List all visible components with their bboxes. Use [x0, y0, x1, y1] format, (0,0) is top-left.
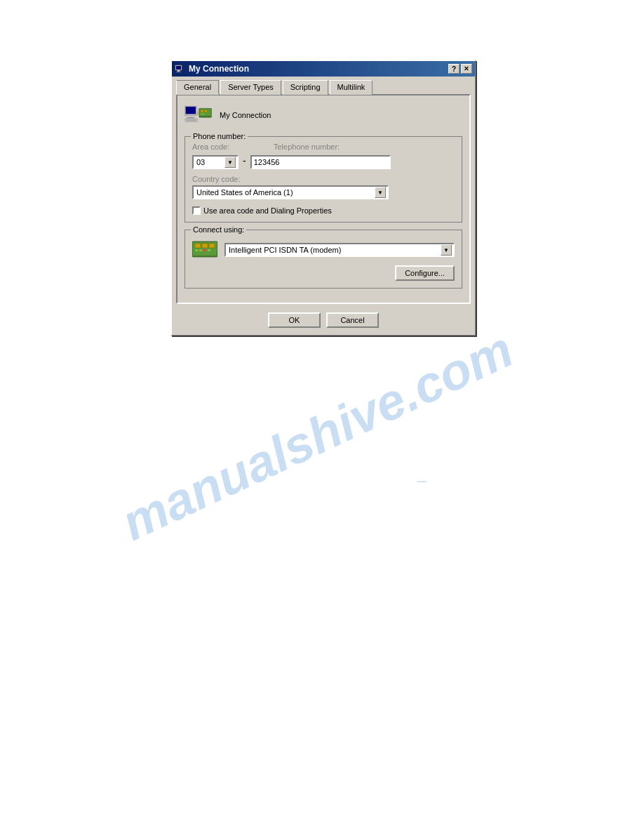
phone-labels-row: Area code: Telephone number:: [192, 143, 455, 151]
modem-dropdown[interactable]: Intelligent PCI ISDN TA (modem) ▼: [224, 243, 455, 257]
svg-rect-25: [203, 249, 206, 251]
dialog-content: My Connection Phone number: Area code: T…: [176, 94, 471, 304]
dialing-checkbox[interactable]: [192, 206, 201, 215]
phone-inputs-row: 03 ▼ -: [192, 155, 455, 169]
dialog-footer: OK Cancel: [172, 308, 475, 335]
telephone-col: [250, 155, 455, 169]
svg-rect-14: [201, 114, 202, 115]
help-button[interactable]: ?: [448, 64, 459, 74]
country-code-row: Country code: United States of America (…: [192, 175, 455, 199]
svg-rect-21: [202, 244, 208, 248]
telephone-label: Telephone number:: [274, 143, 340, 151]
modem-dropdown-wrap: Intelligent PCI ISDN TA (modem) ▼: [224, 243, 455, 257]
svg-rect-6: [189, 116, 192, 117]
close-button[interactable]: ✕: [461, 64, 472, 74]
svg-rect-3: [176, 72, 181, 72]
title-bar: My Connection ? ✕: [172, 61, 475, 77]
configure-button[interactable]: Configure...: [395, 265, 455, 281]
svg-rect-24: [199, 249, 202, 251]
svg-rect-20: [195, 244, 201, 248]
phone-number-group: Phone number: Area code: Telephone numbe…: [185, 136, 462, 223]
svg-rect-22: [209, 244, 215, 248]
svg-rect-7: [187, 117, 194, 118]
title-bar-icon: [175, 64, 185, 74]
dialog-window: My Connection ? ✕ General Server Types S…: [170, 60, 476, 336]
connection-icon: [185, 102, 213, 128]
modem-icon: [192, 240, 217, 260]
area-code-label: Area code:: [192, 143, 229, 151]
title-bar-text: My Connection: [175, 64, 249, 74]
dialing-checkbox-label: Use area code and Dialing Properties: [203, 206, 332, 215]
area-code-value: 03: [195, 158, 224, 166]
area-code-dropdown-btn[interactable]: ▼: [224, 157, 236, 168]
dialog-title: My Connection: [189, 64, 249, 74]
svg-rect-5: [186, 107, 196, 114]
country-code-label: Country code:: [192, 175, 240, 183]
phone-dash: -: [243, 155, 246, 169]
title-bar-controls: ? ✕: [448, 64, 472, 74]
svg-rect-26: [208, 249, 210, 251]
modem-dropdown-btn[interactable]: ▼: [441, 244, 452, 256]
dialing-checkbox-row: Use area code and Dialing Properties: [192, 206, 455, 215]
connection-name-label: My Connection: [220, 111, 271, 119]
svg-rect-1: [176, 66, 181, 70]
watermark: manualshive.com: [113, 320, 521, 552]
modem-row: Intelligent PCI ISDN TA (modem) ▼: [192, 240, 455, 260]
svg-rect-2: [177, 70, 180, 72]
tab-server-types[interactable]: Server Types: [220, 80, 281, 95]
telephone-input[interactable]: [250, 155, 391, 169]
cancel-button[interactable]: Cancel: [326, 312, 379, 328]
svg-rect-9: [186, 119, 196, 121]
tab-multilink[interactable]: Multilink: [330, 80, 373, 95]
svg-rect-23: [195, 249, 198, 251]
tab-bar: General Server Types Scripting Multilink: [172, 77, 475, 94]
country-code-dropdown-btn[interactable]: ▼: [375, 187, 386, 198]
modem-value: Intelligent PCI ISDN TA (modem): [227, 246, 441, 254]
tab-general[interactable]: General: [176, 80, 219, 95]
watermark-dash: –: [417, 470, 427, 490]
phone-number-legend: Phone number:: [191, 132, 248, 140]
svg-rect-15: [203, 114, 204, 115]
connect-using-legend: Connect using:: [191, 225, 246, 234]
area-code-dropdown[interactable]: 03 ▼: [192, 155, 239, 169]
connection-header: My Connection: [185, 102, 462, 128]
ok-button[interactable]: OK: [268, 312, 321, 328]
svg-rect-12: [201, 110, 203, 112]
tab-scripting[interactable]: Scripting: [283, 80, 328, 95]
connect-using-group: Connect using: Intelligent PCI IS: [185, 230, 462, 289]
area-code-col: 03 ▼: [192, 155, 239, 169]
svg-rect-13: [205, 110, 208, 112]
country-code-value: United States of America (1): [195, 188, 375, 197]
configure-row: Configure...: [192, 265, 455, 281]
country-code-dropdown[interactable]: United States of America (1) ▼: [192, 185, 389, 199]
